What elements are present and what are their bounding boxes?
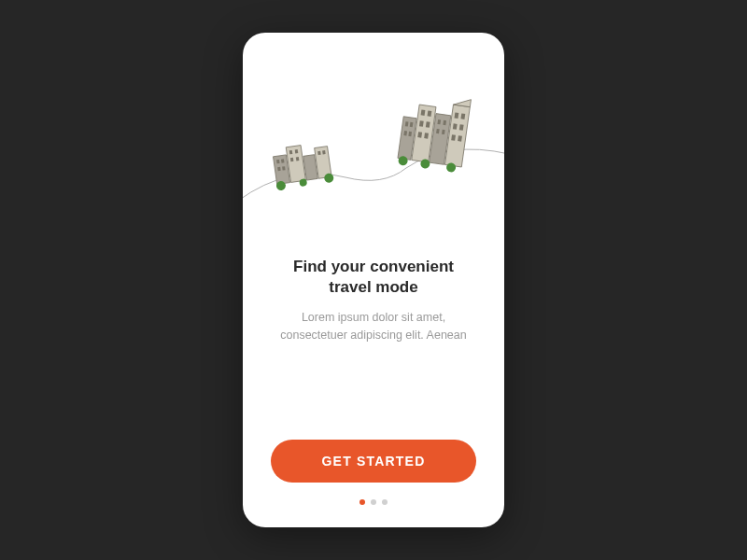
svg-rect-38 <box>453 123 458 129</box>
content-area: Find your convenient travel mode Lorem i… <box>243 238 504 440</box>
svg-rect-31 <box>424 133 429 138</box>
svg-rect-7 <box>282 166 286 170</box>
page-dot-3[interactable] <box>382 499 388 505</box>
svg-rect-12 <box>317 151 321 155</box>
svg-rect-11 <box>296 157 300 161</box>
pagination-dots <box>359 499 388 505</box>
cityscape-hill-icon <box>243 70 504 238</box>
onboarding-card: Find your convenient travel mode Lorem i… <box>243 33 504 527</box>
svg-rect-13 <box>322 150 326 154</box>
svg-rect-29 <box>426 121 430 127</box>
svg-rect-9 <box>295 149 299 153</box>
svg-rect-36 <box>455 112 459 118</box>
svg-rect-6 <box>277 167 281 171</box>
get-started-button[interactable]: GET STARTED <box>271 440 476 483</box>
hero-illustration <box>243 33 504 238</box>
svg-rect-37 <box>460 113 465 119</box>
svg-rect-5 <box>281 159 285 162</box>
onboarding-heading: Find your convenient travel mode <box>280 257 467 298</box>
svg-rect-39 <box>459 124 464 130</box>
svg-rect-41 <box>458 135 462 141</box>
svg-rect-4 <box>276 160 280 163</box>
svg-rect-28 <box>419 120 424 126</box>
svg-rect-40 <box>451 134 456 140</box>
svg-rect-27 <box>428 110 432 116</box>
onboarding-subtext: Lorem ipsum dolor sit amet, consectetuer… <box>275 309 472 344</box>
svg-rect-10 <box>290 158 294 161</box>
svg-rect-30 <box>417 132 422 137</box>
bottom-area: GET STARTED <box>243 440 504 527</box>
page-dot-2[interactable] <box>371 499 376 505</box>
svg-rect-8 <box>289 150 293 154</box>
page-dot-1[interactable] <box>359 499 365 505</box>
svg-rect-26 <box>421 109 426 115</box>
